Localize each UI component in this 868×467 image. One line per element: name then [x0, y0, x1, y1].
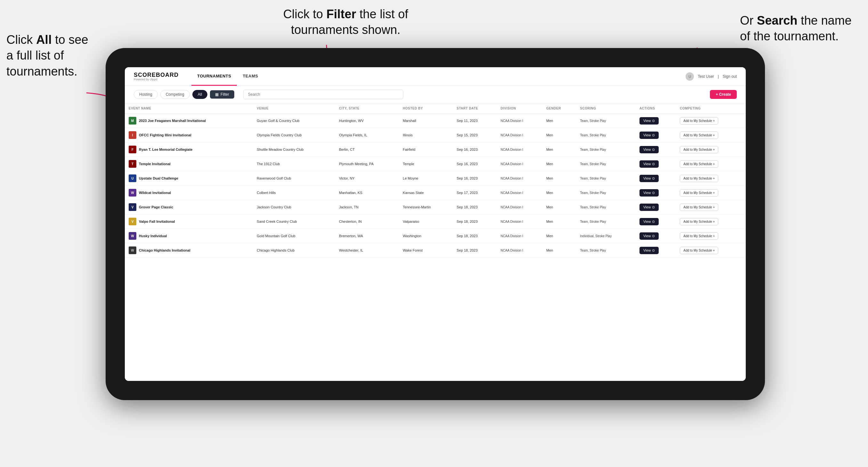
team-logo-1: I [129, 131, 136, 139]
table-row: T Temple Invitational The 1912 Club Plym… [125, 157, 746, 171]
event-name-text-7: Valpo Fall Invitational [139, 220, 175, 223]
table-row: F Ryan T. Lee Memorial Collegiate Shuttl… [125, 143, 746, 157]
tab-competing[interactable]: Competing [160, 90, 190, 99]
cell-hosted-5: Kansas State [399, 186, 453, 200]
add-schedule-button-7[interactable]: Add to My Schedule + [680, 218, 718, 225]
view-button-0[interactable]: View ⊙ [640, 117, 659, 125]
annotation-right: Or Search the name of the tournament. [740, 13, 862, 44]
cell-gender-8: Men [542, 229, 576, 243]
filter-label: Filter [220, 92, 229, 97]
cell-city-0: Huntington, WV [335, 114, 399, 128]
cell-division-3: NCAA Division I [497, 157, 542, 171]
cell-city-5: Manhattan, KS [335, 186, 399, 200]
filter-icon: ▦ [215, 92, 219, 97]
cell-hosted-4: Le Moyne [399, 171, 453, 186]
cell-gender-9: Men [542, 243, 576, 258]
team-logo-6: V [129, 203, 136, 211]
team-logo-4: U [129, 175, 136, 182]
view-button-7[interactable]: View ⊙ [640, 218, 659, 225]
cell-city-9: Westchester, IL [335, 243, 399, 258]
add-schedule-button-1[interactable]: Add to My Schedule + [680, 131, 718, 139]
view-button-9[interactable]: View ⊙ [640, 247, 659, 254]
cell-actions-7: View ⊙ [636, 214, 676, 229]
filter-button[interactable]: ▦ Filter [210, 90, 234, 99]
cell-scoring-7: Team, Stroke Play [576, 214, 636, 229]
tab-hosting[interactable]: Hosting [134, 90, 158, 99]
event-name-text-6: Grover Page Classic [139, 205, 173, 209]
add-schedule-button-5[interactable]: Add to My Schedule + [680, 189, 718, 196]
cell-city-4: Victor, NY [335, 171, 399, 186]
cell-date-4: Sep 16, 2023 [453, 171, 497, 186]
event-name-text-5: Wildcat Invitational [139, 191, 171, 195]
view-button-8[interactable]: View ⊙ [640, 232, 659, 240]
cell-scoring-6: Team, Stroke Play [576, 200, 636, 214]
col-event-name: EVENT NAME [125, 103, 253, 114]
cell-competing-2: Add to My Schedule + [676, 143, 746, 157]
add-schedule-button-9[interactable]: Add to My Schedule + [680, 247, 718, 254]
col-hosted-by: HOSTED BY [399, 103, 453, 114]
view-button-3[interactable]: View ⊙ [640, 160, 659, 168]
view-button-2[interactable]: View ⊙ [640, 146, 659, 153]
table-row: V Grover Page Classic Jackson Country Cl… [125, 200, 746, 214]
cell-scoring-8: Individual, Stroke Play [576, 229, 636, 243]
cell-venue-5: Colbert Hills [253, 186, 335, 200]
cell-city-3: Plymouth Meeting, PA [335, 157, 399, 171]
add-schedule-button-3[interactable]: Add to My Schedule + [680, 160, 718, 168]
cell-gender-6: Men [542, 200, 576, 214]
create-button[interactable]: + Create [710, 90, 737, 99]
nav-right: U Test User | Sign out [686, 72, 737, 81]
cell-gender-2: Men [542, 143, 576, 157]
col-city-state: CITY, STATE [335, 103, 399, 114]
cell-hosted-0: Marshall [399, 114, 453, 128]
team-logo-3: T [129, 160, 136, 168]
signout-link[interactable]: Sign out [723, 74, 737, 79]
cell-competing-9: Add to My Schedule + [676, 243, 746, 258]
search-input[interactable] [243, 90, 403, 99]
event-name-text-8: Husky Individual [139, 234, 167, 238]
add-schedule-button-4[interactable]: Add to My Schedule + [680, 175, 718, 182]
tab-all[interactable]: All [192, 90, 208, 99]
cell-competing-0: Add to My Schedule + [676, 114, 746, 128]
cell-date-5: Sep 17, 2023 [453, 186, 497, 200]
cell-competing-1: Add to My Schedule + [676, 128, 746, 143]
table-row: I OFCC Fighting Illini Invitational Olym… [125, 128, 746, 143]
view-button-6[interactable]: View ⊙ [640, 204, 659, 211]
cell-date-8: Sep 18, 2023 [453, 229, 497, 243]
view-button-5[interactable]: View ⊙ [640, 189, 659, 196]
team-logo-0: M [129, 117, 136, 125]
cell-actions-9: View ⊙ [636, 243, 676, 258]
team-logo-2: F [129, 146, 136, 153]
add-schedule-button-0[interactable]: Add to My Schedule + [680, 117, 718, 125]
table-row: W Wildcat Invitational Colbert Hills Man… [125, 186, 746, 200]
cell-date-1: Sep 15, 2023 [453, 128, 497, 143]
cell-actions-8: View ⊙ [636, 229, 676, 243]
cell-competing-3: Add to My Schedule + [676, 157, 746, 171]
cell-event-name-8: W Husky Individual [125, 229, 253, 243]
annotation-top: Click to Filter the list of tournaments … [262, 6, 429, 38]
cell-city-7: Chesterton, IN [335, 214, 399, 229]
nav-link-teams[interactable]: TEAMS [237, 67, 264, 86]
cell-scoring-4: Team, Stroke Play [576, 171, 636, 186]
cell-event-name-4: U Upstate Dual Challenge [125, 171, 253, 186]
cell-scoring-1: Team, Stroke Play [576, 128, 636, 143]
col-start-date: START DATE [453, 103, 497, 114]
cell-hosted-7: Valparaiso [399, 214, 453, 229]
cell-venue-1: Olympia Fields Country Club [253, 128, 335, 143]
nav-link-tournaments[interactable]: TOURNAMENTS [191, 67, 237, 86]
cell-division-7: NCAA Division I [497, 214, 542, 229]
team-logo-5: W [129, 189, 136, 196]
add-schedule-button-6[interactable]: Add to My Schedule + [680, 204, 718, 211]
team-logo-7: V [129, 218, 136, 225]
table-row: W Chicago Highlands Invitational Chicago… [125, 243, 746, 258]
view-button-4[interactable]: View ⊙ [640, 175, 659, 182]
event-name-text-3: Temple Invitational [139, 162, 170, 166]
cell-division-5: NCAA Division I [497, 186, 542, 200]
cell-gender-3: Men [542, 157, 576, 171]
add-schedule-button-8[interactable]: Add to My Schedule + [680, 232, 718, 240]
cell-event-name-9: W Chicago Highlands Invitational [125, 243, 253, 258]
add-schedule-button-2[interactable]: Add to My Schedule + [680, 146, 718, 153]
cell-division-2: NCAA Division I [497, 143, 542, 157]
cell-hosted-1: Illinois [399, 128, 453, 143]
cell-date-2: Sep 16, 2023 [453, 143, 497, 157]
view-button-1[interactable]: View ⊙ [640, 131, 659, 139]
